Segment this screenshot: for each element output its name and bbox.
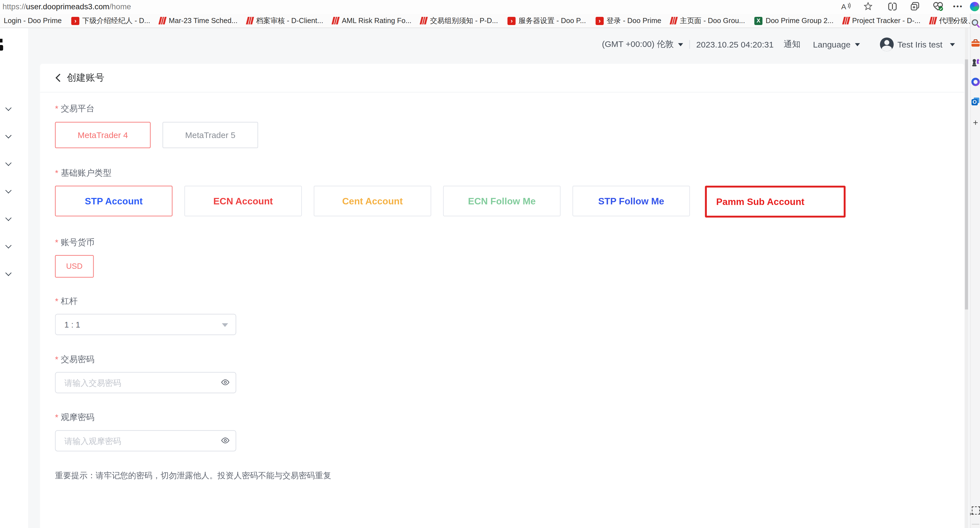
browser-essentials-icon[interactable] xyxy=(932,0,944,12)
sidebar-chevron-down-icon[interactable] xyxy=(6,161,11,166)
url-host: user.dooprimeads3.com xyxy=(26,3,109,11)
bookmark-label: AML Risk Rating Fo... xyxy=(342,17,412,24)
bookmark-item[interactable]: 服务器设置 - Doo P... xyxy=(507,16,586,25)
notifications-link[interactable]: 通知 xyxy=(784,39,800,50)
split-screen-icon[interactable] xyxy=(887,0,898,12)
watch-password-input[interactable] xyxy=(55,430,236,451)
timezone-selector[interactable]: (GMT +00:00) 伦敦 xyxy=(602,39,674,50)
bookmark-items: Login - Doo Prime下级介绍经纪人 - D...Mar-23 Ti… xyxy=(4,16,970,25)
doo-prime-stripes-icon xyxy=(159,17,166,24)
collections-icon[interactable] xyxy=(909,0,920,12)
account-type-option[interactable]: Cent Account xyxy=(313,185,431,216)
bookmark-item[interactable]: AML Risk Rating Fo... xyxy=(332,17,412,24)
bookmark-item[interactable]: 登录 - Doo Prime xyxy=(595,16,661,25)
bookmark-item[interactable]: 交易组别须知 - P-D... xyxy=(421,16,498,25)
sidebar-chevron-down-icon[interactable] xyxy=(6,106,11,111)
select-caret-icon xyxy=(222,323,228,327)
bookmark-label: Login - Doo Prime xyxy=(4,17,62,24)
leverage-select[interactable]: 1 : 1 xyxy=(55,314,236,335)
screen: https://user.dooprimeads3.com/home A •••… xyxy=(0,0,980,528)
doo-prime-square-icon xyxy=(595,17,603,25)
bookmark-label: Mar-23 Time Sched... xyxy=(169,17,237,24)
bookmark-item[interactable]: Mar-23 Time Sched... xyxy=(160,17,237,24)
leverage-label: *杠杆 xyxy=(55,296,78,307)
page-title: 创建账号 xyxy=(67,72,104,84)
doo-prime-stripes-icon xyxy=(842,17,850,24)
more-options-icon[interactable]: ••• xyxy=(953,0,963,12)
doo-prime-stripes-icon xyxy=(420,17,428,24)
bookmarks-bar: Login - Doo Prime下级介绍经纪人 - D...Mar-23 Ti… xyxy=(0,14,970,28)
platform-option[interactable]: MetaTrader 4 xyxy=(55,122,151,148)
title-divider xyxy=(40,92,964,93)
account-type-options: STP AccountECN AccountCent AccountECN Fo… xyxy=(55,185,846,217)
url-path: /home xyxy=(109,3,131,11)
bookmark-label: Project Tracker - D-... xyxy=(852,17,920,24)
bookmark-item[interactable]: Login - Doo Prime xyxy=(4,17,62,24)
bookmark-item[interactable]: 主页面 - Doo Grou... xyxy=(671,16,745,25)
doo-prime-stripes-icon xyxy=(332,17,339,24)
sidebar-chevron-down-icon[interactable] xyxy=(6,271,11,276)
sidebar-chevron-down-icon[interactable] xyxy=(6,243,11,248)
username-label[interactable]: Test Iris test xyxy=(897,40,942,49)
language-selector[interactable]: Language xyxy=(813,40,851,49)
read-aloud-icon[interactable]: A xyxy=(840,0,851,12)
sidebar-chevron-down-icon[interactable] xyxy=(6,215,11,221)
app-header: (GMT +00:00) 伦敦 2023.10.25 04:20:31 通知 L… xyxy=(28,36,960,53)
left-sidebar xyxy=(0,28,28,528)
password-notice: 重要提示：请牢记您的密码，切勿泄露他人。投资人密码不能与交易密码重复 xyxy=(55,470,331,481)
doo-prime-square-icon xyxy=(507,17,515,25)
eye-icon[interactable] xyxy=(221,436,230,448)
watch-password-label: *观摩密码 xyxy=(55,412,95,423)
bookmark-item[interactable]: 代理分级、晋升、... xyxy=(930,16,970,25)
svg-text:O: O xyxy=(973,99,977,105)
account-type-option[interactable]: Pamm Sub Account xyxy=(705,185,845,217)
account-type-option[interactable]: ECN Account xyxy=(185,185,302,216)
bookmark-item[interactable]: 下级介绍经纪人 - D... xyxy=(71,16,150,25)
platform-option[interactable]: MetaTrader 5 xyxy=(162,122,258,148)
create-account-panel: 创建账号 *交易平台 MetaTrader 4MetaTrader 5 *基础账… xyxy=(40,64,964,528)
edge-sidebar: O + xyxy=(970,14,980,528)
sidebar-chevron-down-icon[interactable] xyxy=(6,188,11,193)
header-divider xyxy=(689,40,690,49)
microsoft-365-icon[interactable] xyxy=(970,78,980,86)
search-icon[interactable] xyxy=(970,19,980,28)
url-scheme: https:// xyxy=(3,3,26,11)
page-scrollbar-thumb[interactable] xyxy=(965,59,968,309)
user-avatar[interactable] xyxy=(880,37,894,51)
user-menu-caret-icon[interactable] xyxy=(950,43,955,46)
screenshot-icon[interactable] xyxy=(970,506,980,515)
logo-fragment xyxy=(0,45,3,51)
sidebar-divider xyxy=(972,524,980,524)
back-button[interactable] xyxy=(55,73,61,82)
toolbox-icon[interactable] xyxy=(970,39,980,47)
bookmark-item[interactable]: 档案审核 - D-Client... xyxy=(247,16,323,25)
doo-prime-stripes-icon xyxy=(929,17,937,24)
outlook-icon[interactable]: O xyxy=(970,97,980,106)
account-type-option[interactable]: STP Follow Me xyxy=(573,185,690,216)
watch-password-wrap xyxy=(55,430,236,451)
url-text[interactable]: https://user.dooprimeads3.com/home xyxy=(3,3,131,11)
eye-icon[interactable] xyxy=(221,378,230,389)
bookmarks-overflow-chevron-icon[interactable]: › xyxy=(953,14,956,25)
browser-address-bar[interactable]: https://user.dooprimeads3.com/home A ••• xyxy=(0,0,980,14)
copilot-icon[interactable] xyxy=(969,0,980,12)
timezone-caret-icon xyxy=(678,43,683,46)
bookmark-label: 登录 - Doo Prime xyxy=(606,16,661,25)
trade-password-label: *交易密码 xyxy=(55,354,95,365)
bookmark-item[interactable]: Project Tracker - D-... xyxy=(843,17,920,24)
account-type-option[interactable]: ECN Follow Me xyxy=(443,185,561,216)
account-type-option[interactable]: STP Account xyxy=(55,185,173,216)
bookmark-item[interactable]: XDoo Prime Group 2... xyxy=(754,17,834,25)
bookmark-label: 下级介绍经纪人 - D... xyxy=(82,16,150,25)
bookmark-label: 主页面 - Doo Grou... xyxy=(680,16,745,25)
doo-prime-stripes-icon xyxy=(670,17,678,24)
trade-password-input[interactable] xyxy=(55,372,236,393)
favorite-star-icon[interactable] xyxy=(862,0,874,12)
language-caret-icon xyxy=(855,43,860,46)
bookmark-label: 服务器设置 - Doo P... xyxy=(519,16,586,25)
currency-option-usd[interactable]: USD xyxy=(55,255,94,278)
add-sidebar-item-icon[interactable]: + xyxy=(970,119,980,126)
sidebar-chevron-down-icon[interactable] xyxy=(6,133,11,138)
doo-prime-square-icon xyxy=(71,17,79,25)
games-icon[interactable] xyxy=(970,58,980,67)
